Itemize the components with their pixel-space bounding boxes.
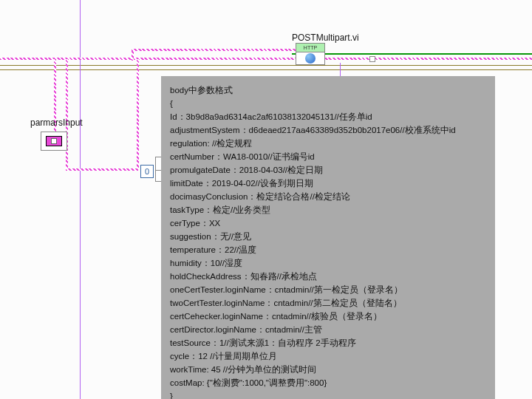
wire-pink-v1 [132, 50, 134, 61]
http-tag-label: HTTP [296, 44, 324, 52]
wire-pink-h1 [0, 58, 532, 60]
zero-constant[interactable]: 0 [140, 165, 154, 178]
wire-pink-h2 [132, 49, 318, 51]
body-comment-block: body中参数格式 { Id：3b9d8a9ad6314ac2af6103813… [161, 76, 495, 399]
wire-green-h1 [292, 53, 532, 55]
square-icon [51, 138, 57, 144]
parmars-input-label: parmarsInput [30, 117, 83, 128]
wire-pink-v4 [66, 59, 68, 170]
wire-pink-v5 [137, 59, 139, 170]
vi-post-label: POSTMultipart.vi [292, 33, 359, 43]
tick-1 [369, 56, 375, 62]
wire-pink-h3 [66, 168, 138, 171]
postmultipart-vi-icon[interactable]: HTTP [296, 43, 325, 65]
http-icon-body [296, 52, 324, 64]
parmars-input-control[interactable] [41, 132, 67, 151]
zero-label: 0 [145, 167, 149, 176]
globe-icon [305, 53, 316, 64]
cluster-icon [46, 136, 62, 146]
wire-purple-vert-left [80, 0, 81, 399]
